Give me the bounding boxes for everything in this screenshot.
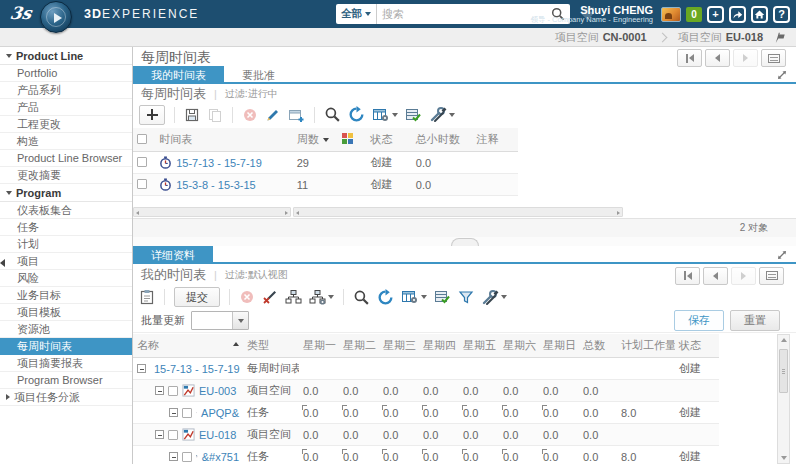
column-status[interactable]: 状态 [366, 128, 411, 152]
tools-button[interactable] [429, 106, 455, 123]
object-link[interactable]: APQP& [201, 407, 239, 419]
search-scope-dropdown[interactable]: 全部 [336, 4, 377, 24]
object-link[interactable]: EU-003 [199, 385, 236, 397]
column-sunday[interactable]: 星期日 [539, 334, 579, 358]
row-checkbox[interactable] [168, 430, 178, 440]
sidebar-item-dashboard-collection[interactable]: 仪表板集合 [0, 202, 132, 219]
column-state-icon[interactable] [338, 128, 366, 152]
tree-collapse-icon[interactable] [137, 364, 146, 373]
batch-update-select[interactable] [191, 311, 249, 330]
tree-collapse-icon[interactable] [169, 408, 178, 417]
panel-toggle-button[interactable] [759, 267, 784, 285]
tree-collapse-icon[interactable] [169, 452, 178, 461]
copy-button[interactable] [207, 107, 223, 123]
scroll-up-icon[interactable] [781, 338, 787, 342]
tools-button[interactable] [481, 289, 507, 306]
expand-icon[interactable] [776, 69, 788, 81]
row-checkbox[interactable] [182, 452, 192, 462]
delete-button[interactable] [239, 289, 255, 305]
column-tuesday[interactable]: 星期二 [339, 334, 379, 358]
column-monday[interactable]: 星期一 [299, 334, 339, 358]
search-input[interactable] [377, 8, 551, 20]
sidebar-item-risk[interactable]: 风险 [0, 270, 132, 287]
reset-button[interactable]: 重置 [730, 310, 780, 331]
column-wednesday[interactable]: 星期三 [379, 334, 419, 358]
structure-settings-button[interactable] [309, 289, 334, 305]
user-menu[interactable]: Shuyi CHENG 领导 - Company Name - Engineer… [530, 4, 653, 24]
sidebar-item-schedule[interactable]: 计划 [0, 236, 132, 253]
panel-splitter[interactable] [133, 237, 796, 246]
home-button[interactable] [751, 6, 768, 23]
row-checkbox[interactable] [168, 386, 178, 396]
help-button[interactable]: ? [773, 6, 790, 23]
create-button[interactable] [139, 105, 165, 125]
compass-icon[interactable] [40, 1, 72, 33]
sidebar-item-product-series[interactable]: 产品系列 [0, 82, 132, 99]
refresh-button[interactable] [377, 289, 394, 306]
sidebar-item-project-summary-report[interactable]: 项目摘要报表 [0, 355, 132, 372]
sidebar-item-portfolio[interactable]: Portfolio [0, 65, 132, 82]
submit-button[interactable]: 提交 [174, 287, 220, 307]
tab-details[interactable]: 详细资料 [133, 246, 213, 262]
sidebar-item-change-summary[interactable]: 更改摘要 [0, 167, 132, 184]
sidebar-section-product-line[interactable]: Product Line [0, 47, 132, 65]
delete-button[interactable] [242, 107, 258, 123]
save-button[interactable] [184, 107, 200, 123]
previous-page-button[interactable] [703, 267, 728, 285]
context-tab-eu-018[interactable]: 项目空间 EU-018 [678, 30, 763, 45]
column-thursday[interactable]: 星期四 [419, 334, 459, 358]
sidebar-section-program[interactable]: Program [0, 184, 132, 202]
report-button[interactable] [139, 289, 155, 305]
sidebar-item-build[interactable]: 构造 [0, 133, 132, 150]
share-button[interactable] [729, 6, 746, 23]
next-page-button[interactable] [731, 267, 756, 285]
column-timesheet[interactable]: 时间表 [155, 128, 292, 152]
timesheet-link[interactable]: 15-7-13 - 15-7-19 [176, 157, 262, 169]
remove-assignment-button[interactable] [262, 289, 278, 305]
select-all-checkbox[interactable] [137, 134, 147, 144]
sidebar-item-tasks[interactable]: 任务 [0, 219, 132, 236]
table-settings-button[interactable] [401, 289, 427, 305]
horizontal-scrollbar[interactable] [133, 207, 291, 217]
column-name[interactable]: 名称 [133, 334, 243, 358]
expand-icon[interactable] [776, 249, 788, 261]
column-comments[interactable]: 注释 [472, 128, 518, 152]
notifications-badge[interactable]: 0 [686, 7, 702, 22]
table-settings-button[interactable] [372, 107, 398, 123]
sidebar-item-business-goal[interactable]: 业务目标 [0, 287, 132, 304]
column-weeks[interactable]: 周数 [293, 128, 338, 152]
column-planned-effort[interactable]: 计划工作量 [617, 334, 675, 358]
scroll-down-icon[interactable] [781, 456, 787, 460]
sidebar-item-resource-pool[interactable]: 资源池 [0, 321, 132, 338]
object-link[interactable]: &#x751 [202, 451, 239, 463]
sidebar-collapse-handle[interactable] [0, 259, 5, 267]
refresh-button[interactable] [348, 106, 365, 123]
avatar[interactable] [661, 7, 681, 22]
tree-collapse-icon[interactable] [155, 386, 164, 395]
column-saturday[interactable]: 星期六 [499, 334, 539, 358]
sidebar-item-engineering-change[interactable]: 工程更改 [0, 116, 132, 133]
object-link[interactable]: 15-7-13 - 15-7-19 [154, 363, 240, 375]
structure-button[interactable] [285, 289, 302, 305]
tab-my-timesheets[interactable]: 我的时间表 [133, 66, 224, 82]
tab-to-approve[interactable]: 要批准 [224, 66, 293, 82]
sidebar-item-project-task-assignment[interactable]: 项目任务分派 [0, 389, 132, 406]
scrollbar-thumb[interactable] [779, 349, 788, 393]
flag-icon[interactable] [773, 31, 786, 44]
panel-toggle-button[interactable] [761, 49, 786, 67]
column-type[interactable]: 类型 [243, 334, 299, 358]
sidebar-item-product-line-browser[interactable]: Product Line Browser [0, 150, 132, 167]
splitter-handle[interactable] [451, 238, 479, 246]
column-total-hours[interactable]: 总小时数 [412, 128, 473, 152]
save-button[interactable]: 保存 [674, 310, 724, 331]
first-page-button[interactable] [677, 49, 702, 67]
tree-collapse-icon[interactable] [155, 430, 164, 439]
search-button[interactable] [353, 289, 370, 306]
add-button[interactable]: + [707, 6, 724, 23]
table-validate-button[interactable] [434, 289, 451, 305]
column-friday[interactable]: 星期五 [459, 334, 499, 358]
timesheet-link[interactable]: 15-3-8 - 15-3-15 [176, 179, 256, 191]
row-checkbox[interactable] [182, 408, 192, 418]
context-tab-cn-0001[interactable]: 项目空间 CN-0001 [555, 30, 647, 45]
vertical-scrollbar[interactable] [777, 334, 790, 464]
